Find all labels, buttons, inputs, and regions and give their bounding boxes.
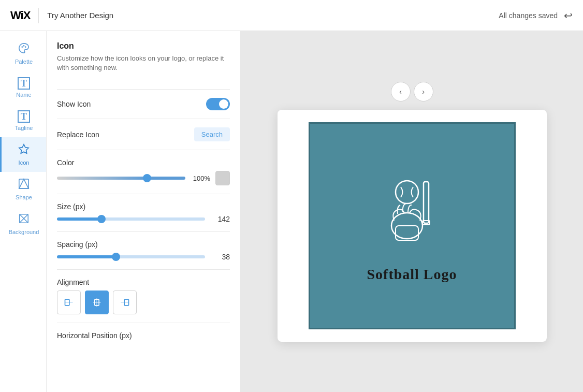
color-row: 100%	[57, 171, 230, 185]
color-slider-thumb[interactable]	[143, 174, 151, 182]
replace-icon-label: Replace Icon	[57, 130, 99, 139]
icon-star-icon	[18, 143, 30, 157]
header-title: Try Another Design	[47, 11, 113, 20]
logo-text: Softball Logo	[367, 266, 457, 283]
next-design-button[interactable]: ›	[414, 82, 433, 101]
panel: Icon Customize how the icon looks on you…	[47, 31, 241, 392]
svg-point-0	[21, 46, 23, 48]
divider-3	[57, 150, 230, 150]
logo-inner: Softball Logo	[309, 122, 516, 329]
divider-4	[57, 194, 230, 194]
color-opacity-value: 100%	[191, 175, 210, 182]
svg-marker-3	[19, 144, 28, 153]
toggle-check-icon: ✓	[221, 101, 226, 108]
align-right-button[interactable]	[113, 291, 137, 314]
tagline-icon: T	[18, 110, 30, 123]
spacing-slider-thumb[interactable]	[112, 253, 120, 261]
svg-point-2	[23, 45, 25, 47]
logo-card: Softball Logo	[278, 110, 547, 342]
panel-header: Icon Customize how the icon looks on you…	[47, 31, 240, 72]
size-row: 142	[57, 215, 230, 223]
panel-title: Icon	[57, 41, 230, 51]
sidebar-item-shape[interactable]: Shape	[0, 172, 46, 207]
app-header: WiX Try Another Design All changes saved…	[0, 0, 583, 31]
icon-sidebar: Palette T Name T Tagline Icon	[0, 31, 47, 392]
alignment-label: Alignment	[57, 278, 89, 286]
divider-2	[57, 119, 230, 119]
header-left: WiX Try Another Design	[10, 8, 113, 23]
sidebar-item-shape-label: Shape	[16, 194, 32, 200]
nav-arrows: ‹ ›	[391, 82, 433, 101]
alignment-label-row: Alignment	[57, 278, 230, 286]
divider-7	[57, 323, 230, 323]
shape-icon	[18, 178, 30, 192]
align-left-button[interactable]	[57, 291, 81, 314]
panel-content: Show Icon ✓ Replace Icon Search Color	[47, 72, 240, 352]
prev-design-button[interactable]: ‹	[391, 82, 411, 101]
show-icon-label: Show Icon	[57, 100, 91, 108]
spacing-row: 38	[57, 253, 230, 261]
divider-1	[57, 89, 230, 90]
spacing-value: 38	[210, 253, 230, 261]
spacing-label: Spacing (px)	[57, 240, 98, 249]
show-icon-toggle[interactable]: ✓	[206, 98, 230, 110]
save-status: All changes saved	[499, 11, 558, 20]
color-label-row: Color	[57, 158, 230, 167]
divider-5	[57, 231, 230, 232]
sidebar-item-name[interactable]: T Name	[0, 71, 46, 104]
sidebar-item-icon[interactable]: Icon	[0, 137, 46, 172]
sidebar-item-background[interactable]: Background	[0, 207, 46, 241]
sidebar-item-tagline-label: Tagline	[15, 125, 33, 131]
sidebar-item-icon-label: Icon	[19, 159, 30, 166]
sidebar-item-background-label: Background	[9, 229, 39, 235]
align-center-button[interactable]	[85, 291, 109, 314]
sidebar-item-tagline[interactable]: T Tagline	[0, 104, 46, 137]
color-slider-track[interactable]	[57, 177, 185, 180]
sidebar-item-palette[interactable]: Palette	[0, 36, 46, 71]
softball-icon	[366, 169, 459, 262]
header-divider	[38, 8, 39, 23]
alignment-row	[57, 291, 230, 314]
spacing-slider-track[interactable]	[57, 255, 205, 258]
size-slider-track[interactable]	[57, 217, 205, 221]
header-right: All changes saved ↩	[499, 9, 573, 22]
svg-rect-16	[424, 182, 429, 223]
show-icon-row: Show Icon ✓	[57, 98, 230, 110]
panel-description: Customize how the icon looks on your log…	[57, 54, 230, 72]
background-icon	[18, 213, 30, 227]
divider-6	[57, 269, 230, 270]
svg-rect-4	[19, 179, 28, 188]
canvas-area: ‹ ›	[241, 31, 583, 392]
replace-icon-row: Replace Icon Search	[57, 127, 230, 141]
spacing-label-row: Spacing (px)	[57, 240, 230, 249]
color-label: Color	[57, 158, 74, 167]
undo-button[interactable]: ↩	[564, 9, 573, 22]
size-slider-thumb[interactable]	[97, 215, 106, 223]
name-icon: T	[18, 77, 30, 90]
horizontal-position-label: Horizontal Position (px)	[57, 331, 132, 340]
svg-point-1	[25, 46, 26, 48]
svg-point-15	[396, 181, 418, 204]
horizontal-position-row: Horizontal Position (px)	[57, 331, 230, 340]
size-label-row: Size (px)	[57, 202, 230, 211]
main-layout: Palette T Name T Tagline Icon	[0, 31, 583, 392]
wix-logo: WiX	[10, 9, 30, 22]
sidebar-item-palette-label: Palette	[15, 59, 33, 65]
color-swatch[interactable]	[215, 171, 230, 185]
search-icon-button[interactable]: Search	[194, 127, 230, 141]
palette-icon	[18, 42, 30, 56]
size-label: Size (px)	[57, 202, 85, 211]
sidebar-item-name-label: Name	[16, 92, 31, 98]
size-value: 142	[210, 215, 230, 223]
